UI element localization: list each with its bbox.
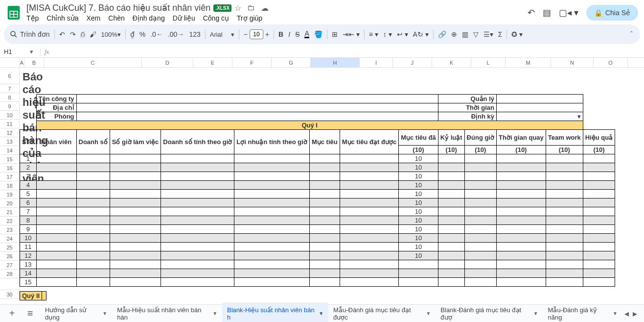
- input-address[interactable]: [76, 103, 438, 112]
- cell-empty[interactable]: [497, 216, 546, 225]
- cell-empty[interactable]: [76, 181, 110, 190]
- cell-empty[interactable]: [583, 260, 615, 269]
- sheets-logo-icon[interactable]: [4, 3, 23, 23]
- collapse-toolbar-icon[interactable]: ˆ: [628, 27, 635, 41]
- cell-stt[interactable]: 15: [20, 278, 37, 287]
- sheet-tab-menu-icon[interactable]: ▼: [613, 311, 618, 316]
- row-header-25[interactable]: 25: [0, 243, 20, 252]
- filterview-button[interactable]: ☰▾: [481, 27, 496, 41]
- cell-stt[interactable]: 10: [20, 234, 37, 243]
- cell-stt[interactable]: 5: [20, 190, 37, 198]
- comment-icon[interactable]: ▤: [543, 7, 551, 18]
- cell-empty[interactable]: [546, 198, 583, 207]
- currency-button[interactable]: ₫: [128, 27, 137, 41]
- cell-empty[interactable]: [110, 190, 161, 198]
- functions-button[interactable]: Σ: [496, 27, 505, 41]
- cell-empty[interactable]: [110, 198, 161, 207]
- redo-button[interactable]: ↷: [68, 27, 78, 41]
- cell-empty[interactable]: [464, 269, 496, 278]
- cell-empty[interactable]: [161, 163, 234, 172]
- row-header-10[interactable]: 10: [0, 111, 20, 120]
- cell-empty[interactable]: [546, 172, 583, 181]
- cell-empty[interactable]: [438, 172, 464, 181]
- sheet-tab[interactable]: Blank-Đánh giá mục tiêu đạt đượ▼: [436, 302, 543, 322]
- cell-empty[interactable]: [76, 260, 110, 269]
- sheet-tab-menu-icon[interactable]: ▼: [319, 311, 323, 316]
- select-all-corner[interactable]: [0, 58, 20, 67]
- cell-empty[interactable]: [340, 198, 398, 207]
- cell-empty[interactable]: [546, 225, 583, 234]
- cell-empty[interactable]: [497, 154, 546, 163]
- input-period-select[interactable]: ▾: [497, 112, 583, 121]
- cell-mtda[interactable]: 10: [399, 243, 438, 251]
- cell-empty[interactable]: [464, 198, 496, 207]
- cell-empty[interactable]: [309, 207, 340, 216]
- sheet-tab-menu-icon[interactable]: ▼: [426, 311, 431, 316]
- cell-empty[interactable]: [340, 234, 398, 243]
- cell-empty[interactable]: [583, 225, 615, 234]
- cell-empty[interactable]: [234, 163, 310, 172]
- row-header-9[interactable]: 9: [0, 102, 20, 111]
- zoom-select[interactable]: 100% ▾: [99, 27, 123, 41]
- cell-empty[interactable]: [340, 278, 398, 287]
- input-dept[interactable]: [76, 112, 438, 121]
- cell-empty[interactable]: [497, 172, 546, 181]
- filter-button[interactable]: ▽: [471, 27, 481, 41]
- cell-empty[interactable]: [497, 163, 546, 172]
- cell-empty[interactable]: [36, 234, 76, 243]
- cell-empty[interactable]: [464, 234, 496, 243]
- row-header-26[interactable]: 26: [0, 252, 20, 261]
- menu-format[interactable]: Định dạng: [133, 14, 165, 22]
- cell-empty[interactable]: [36, 269, 76, 278]
- cell-empty[interactable]: [309, 234, 340, 243]
- row-header-7[interactable]: 7: [0, 84, 20, 93]
- cell-empty[interactable]: [464, 172, 496, 181]
- cell-empty[interactable]: [497, 278, 546, 287]
- chart-button[interactable]: ▥: [460, 27, 471, 41]
- cell-empty[interactable]: [546, 243, 583, 251]
- cell-empty[interactable]: [583, 181, 615, 190]
- row-header-18[interactable]: 18: [0, 181, 20, 190]
- cell-stt[interactable]: 13: [20, 260, 37, 269]
- row-header-11[interactable]: 11: [0, 120, 20, 128]
- cell-empty[interactable]: [583, 154, 615, 163]
- cell-empty[interactable]: [234, 234, 310, 243]
- cell-empty[interactable]: [161, 154, 234, 163]
- cell-empty[interactable]: [583, 269, 615, 278]
- cell-empty[interactable]: [36, 278, 76, 287]
- cell-empty[interactable]: [161, 190, 234, 198]
- cell-empty[interactable]: [76, 154, 110, 163]
- cell-empty[interactable]: [340, 216, 398, 225]
- cell-empty[interactable]: [36, 154, 76, 163]
- cell-empty[interactable]: [309, 269, 340, 278]
- menu-insert[interactable]: Chèn: [108, 14, 124, 22]
- col-header-K[interactable]: K: [432, 58, 471, 67]
- cell-empty[interactable]: [36, 216, 76, 225]
- cell-empty[interactable]: [234, 190, 310, 198]
- tab-scroll-right-icon[interactable]: ▸: [633, 308, 637, 319]
- cell-empty[interactable]: [546, 154, 583, 163]
- cell-empty[interactable]: [438, 251, 464, 260]
- menu-data[interactable]: Dữ liệu: [173, 14, 195, 22]
- cell-empty[interactable]: [161, 278, 234, 287]
- meet-icon[interactable]: ▢◂ ▾: [559, 7, 578, 18]
- cell-empty[interactable]: [110, 251, 161, 260]
- cell-empty[interactable]: [110, 278, 161, 287]
- col-header-H[interactable]: H: [311, 58, 360, 67]
- cell-empty[interactable]: [340, 190, 398, 198]
- row-header-14[interactable]: 14: [0, 146, 20, 155]
- cell-mtda[interactable]: 10: [399, 190, 438, 198]
- row-header-6[interactable]: 6: [0, 68, 20, 84]
- cell-empty[interactable]: [438, 198, 464, 207]
- strike-button[interactable]: S: [293, 27, 302, 41]
- cell-empty[interactable]: [110, 216, 161, 225]
- cell-empty[interactable]: [161, 181, 234, 190]
- cell-empty[interactable]: [110, 154, 161, 163]
- cell-empty[interactable]: [546, 260, 583, 269]
- cell-empty[interactable]: [464, 225, 496, 234]
- cell-mtda[interactable]: [399, 269, 438, 278]
- row-header-27[interactable]: 27: [0, 261, 20, 270]
- cell-empty[interactable]: [340, 225, 398, 234]
- col-header-G[interactable]: G: [272, 58, 311, 67]
- comment-button[interactable]: ⊕: [449, 27, 460, 41]
